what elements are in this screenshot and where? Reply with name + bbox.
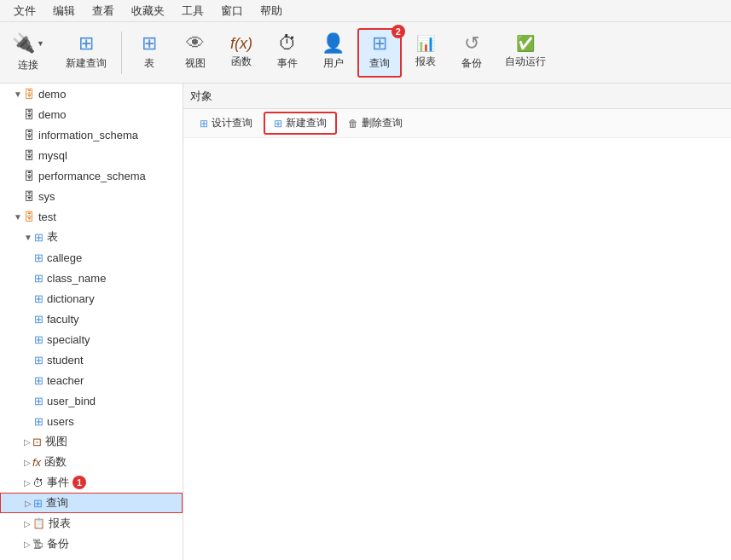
sidebar-label-callege: callege <box>47 251 82 264</box>
sidebar-label-sys: sys <box>38 190 55 203</box>
sidebar-item-backup-group[interactable]: ▷ 🗜 备份 <box>0 534 183 554</box>
table-icon-teacher: ⊞ <box>34 374 44 387</box>
event-badge: 1 <box>73 476 86 489</box>
expand-arrow-views: ▷ <box>24 437 31 447</box>
sidebar-item-faculty[interactable]: ⊞ faculty <box>0 309 183 329</box>
toolbar-user-button[interactable]: 👤 用户 <box>311 28 356 78</box>
menu-window[interactable]: 窗口 <box>214 2 250 20</box>
delete-query-button[interactable]: 🗑 删除查询 <box>339 113 412 134</box>
toolbar-report-button[interactable]: 📊 报表 <box>403 28 448 78</box>
content-main <box>183 138 731 560</box>
db-icon-info: 🗄 <box>24 129 35 141</box>
sidebar-label-user-bind: user_bind <box>47 395 96 407</box>
sidebar-label-dictionary: dictionary <box>47 292 95 305</box>
sidebar-item-user-bind[interactable]: ⊞ user_bind <box>0 390 183 411</box>
content-area: 对象 ⊞ 设计查询 ⊞ 新建查询 🗑 删除查询 <box>183 84 731 560</box>
toolbar-autorun-label: 自动运行 <box>505 55 546 69</box>
sidebar-label-demo-db: demo <box>38 108 67 121</box>
sidebar-item-callege[interactable]: ⊞ callege <box>0 247 183 268</box>
sidebar-item-demo-root[interactable]: ▼ 🗄 demo <box>0 84 183 104</box>
sidebar-item-demo-db[interactable]: 🗄 demo <box>0 104 183 124</box>
design-query-button[interactable]: ⊞ 设计查询 <box>190 113 262 134</box>
toolbar-table-label: 表 <box>144 56 154 71</box>
toolbar-autorun-button[interactable]: ✅ 自动运行 <box>496 28 555 78</box>
sidebar-item-sys[interactable]: 🗄 sys <box>0 186 183 206</box>
menu-view[interactable]: 查看 <box>85 2 121 20</box>
report-group-icon: 📋 <box>32 517 45 529</box>
table-icon-user-bind: ⊞ <box>34 395 44 407</box>
connect-label: 连接 <box>18 58 38 72</box>
menu-file[interactable]: 文件 <box>7 2 43 20</box>
sidebar-item-tables-group[interactable]: ▼ ⊞ 表 <box>0 227 183 247</box>
toolbar-user-label: 用户 <box>323 56 344 71</box>
views-group-icon: ⊡ <box>32 436 42 448</box>
sidebar-label-teacher: teacher <box>47 374 84 387</box>
toolbar-report-label: 报表 <box>415 55 436 69</box>
sidebar-item-func-group[interactable]: ▷ fx 函数 <box>0 452 183 472</box>
table-icon-student: ⊞ <box>34 354 44 367</box>
sidebar-item-users[interactable]: ⊞ users <box>0 411 183 431</box>
menu-help[interactable]: 帮助 <box>253 2 289 20</box>
db-icon-demo: 🗄 <box>24 88 35 101</box>
menu-edit[interactable]: 编辑 <box>46 2 82 20</box>
db-icon-test: 🗄 <box>24 211 35 223</box>
design-query-label: 设计查询 <box>212 116 252 130</box>
sidebar-label-specialty: specialty <box>47 333 90 346</box>
connect-button[interactable]: 🔌 ▼ 连接 <box>7 29 49 76</box>
sidebar-label-faculty: faculty <box>47 313 79 326</box>
toolbar-function-label: 函数 <box>231 55 252 69</box>
sidebar-item-mysql[interactable]: 🗄 mysql <box>0 145 183 165</box>
toolbar-backup-button[interactable]: ↺ 备份 <box>450 28 494 78</box>
toolbar-backup-label: 备份 <box>461 56 482 71</box>
toolbar: 🔌 ▼ 连接 ⊞ 新建查询 ⊞ 表 👁 视图 f(x) 函数 ⏱ 事件 👤 用户… <box>0 22 731 84</box>
delete-query-icon: 🗑 <box>348 118 358 130</box>
db-icon-sys: 🗄 <box>24 190 35 203</box>
toolbar-query-button[interactable]: 2 ⊞ 查询 <box>357 28 402 78</box>
toolbar-query-label: 查询 <box>369 56 390 71</box>
main-layout: ▼ 🗄 demo 🗄 demo 🗄 information_schema 🗄 m… <box>0 84 731 560</box>
toolbar-event-button[interactable]: ⏱ 事件 <box>265 28 310 78</box>
sidebar-item-query-group[interactable]: ▷ ⊞ 查询 <box>0 493 183 513</box>
sidebar-item-event-group[interactable]: ▷ ⏱ 事件 1 <box>0 472 183 493</box>
table-icon-dictionary: ⊞ <box>34 292 44 305</box>
toolbar-event-label: 事件 <box>277 56 298 71</box>
toolbar-function-button[interactable]: f(x) 函数 <box>219 28 264 78</box>
sidebar-item-student[interactable]: ⊞ student <box>0 349 183 370</box>
sidebar-label-event: 事件 <box>47 475 69 490</box>
sidebar-item-report-group[interactable]: ▷ 📋 报表 <box>0 513 183 534</box>
expand-arrow-event: ▷ <box>24 478 31 488</box>
table-icon-callege: ⊞ <box>34 251 44 264</box>
new-query-shortcut-label: 新建查询 <box>66 56 107 71</box>
sidebar-label-test: test <box>38 211 56 223</box>
sidebar-item-dictionary[interactable]: ⊞ dictionary <box>0 288 183 309</box>
sidebar-item-perf-schema[interactable]: 🗄 performance_schema <box>0 165 183 186</box>
sidebar-item-teacher[interactable]: ⊞ teacher <box>0 370 183 390</box>
menu-bar: 文件 编辑 查看 收藏夹 工具 窗口 帮助 <box>0 0 731 22</box>
new-query-shortcut-button[interactable]: ⊞ 新建查询 <box>56 28 116 78</box>
sidebar-label-func: 函数 <box>44 454 67 470</box>
backup-group-icon: 🗜 <box>32 538 44 551</box>
sidebar-item-views-group[interactable]: ▷ ⊡ 视图 <box>0 431 183 452</box>
db-icon: 🗄 <box>24 108 35 121</box>
sidebar-label-info-schema: information_schema <box>38 129 138 141</box>
toolbar-table-button[interactable]: ⊞ 表 <box>127 28 171 78</box>
sidebar-item-test-db[interactable]: ▼ 🗄 test <box>0 206 183 227</box>
sidebar-item-specialty[interactable]: ⊞ specialty <box>0 329 183 349</box>
sidebar-label-perf-schema: performance_schema <box>38 170 146 182</box>
db-icon-perf: 🗄 <box>24 170 35 182</box>
menu-favorites[interactable]: 收藏夹 <box>125 2 171 20</box>
table-icon-specialty: ⊞ <box>34 333 44 346</box>
query-group-icon: ⊞ <box>33 497 43 510</box>
sidebar-label-student: student <box>47 354 84 367</box>
sidebar-label-tables: 表 <box>47 229 58 245</box>
table-icon-class-name: ⊞ <box>34 272 44 285</box>
sidebar-label-demo-root: demo <box>38 88 67 101</box>
sidebar-item-info-schema[interactable]: 🗄 information_schema <box>0 124 183 145</box>
new-query-button[interactable]: ⊞ 新建查询 <box>264 112 337 135</box>
menu-tools[interactable]: 工具 <box>175 2 211 20</box>
sidebar-item-class-name[interactable]: ⊞ class_name <box>0 268 183 288</box>
sidebar: ▼ 🗄 demo 🗄 demo 🗄 information_schema 🗄 m… <box>0 84 183 560</box>
content-header-label: 对象 <box>190 89 212 104</box>
sidebar-label-report: 报表 <box>49 516 71 531</box>
toolbar-view-button[interactable]: 👁 视图 <box>173 28 218 78</box>
